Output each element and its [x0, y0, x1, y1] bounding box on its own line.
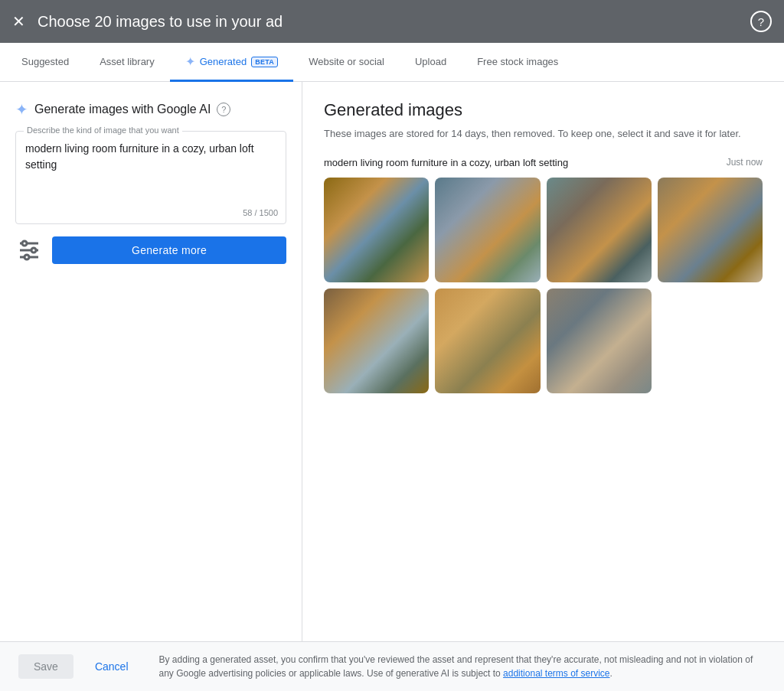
- panel-title: Generate images with Google AI: [34, 103, 211, 116]
- footer-actions: Save Cancel: [18, 654, 144, 679]
- generated-images-title: Generated images: [324, 100, 763, 120]
- tab-generated-label: Generated: [200, 56, 247, 67]
- tab-asset-library-label: Asset library: [100, 56, 155, 67]
- image-grid-row2: [324, 288, 763, 393]
- close-button[interactable]: ✕: [12, 12, 25, 31]
- main-content: ✦ Generate images with Google AI ? Descr…: [0, 82, 784, 641]
- query-time: Just now: [727, 157, 763, 168]
- terms-of-service-link[interactable]: additional terms of service: [503, 668, 609, 679]
- filter-icon: [15, 236, 43, 264]
- filter-icon-button[interactable]: [15, 236, 43, 264]
- generated-image-1[interactable]: [324, 178, 429, 282]
- query-text: modern living room furniture in a cozy, …: [324, 157, 568, 168]
- svg-point-4: [31, 248, 36, 253]
- generated-image-3[interactable]: [547, 178, 652, 282]
- textarea-label: Describe the kind of image that you want: [24, 125, 182, 135]
- bottom-actions: Generate more: [15, 236, 286, 264]
- generated-image-4[interactable]: [658, 178, 763, 282]
- generated-image-2[interactable]: [435, 178, 540, 282]
- cancel-button[interactable]: Cancel: [80, 654, 144, 679]
- tab-generated[interactable]: ✦ Generated BETA: [170, 44, 293, 82]
- query-row: modern living room furniture in a cozy, …: [324, 157, 763, 168]
- disclaimer-end: .: [610, 668, 612, 679]
- generated-image-6[interactable]: [435, 288, 540, 393]
- tab-upload[interactable]: Upload: [400, 44, 462, 82]
- tab-website-social[interactable]: Website or social: [293, 44, 400, 82]
- image-description-text: modern living room furniture in a cozy, …: [25, 141, 276, 202]
- tab-upload-label: Upload: [415, 56, 446, 67]
- char-count: 58 / 1500: [243, 208, 278, 217]
- generated-images-desc: These images are stored for 14 days, the…: [324, 126, 763, 142]
- save-button[interactable]: Save: [18, 654, 74, 679]
- sparkle-icon: ✦: [15, 100, 28, 119]
- generated-image-7[interactable]: [547, 288, 652, 393]
- dialog-title: Choose 20 images to use in your ad: [38, 13, 750, 31]
- panel-help-button[interactable]: ?: [217, 103, 230, 116]
- left-panel: ✦ Generate images with Google AI ? Descr…: [0, 82, 302, 641]
- footer: Save Cancel By adding a generated asset,…: [0, 641, 784, 691]
- tab-suggested-label: Suggested: [21, 56, 69, 67]
- tab-website-social-label: Website or social: [309, 56, 384, 67]
- tab-asset-library[interactable]: Asset library: [84, 44, 170, 82]
- generate-more-button[interactable]: Generate more: [52, 236, 286, 264]
- tab-suggested[interactable]: Suggested: [6, 44, 84, 82]
- disclaimer-text: By adding a generated asset, you confirm…: [159, 654, 753, 679]
- tab-free-stock-label: Free stock images: [477, 56, 558, 67]
- tab-free-stock[interactable]: Free stock images: [462, 44, 573, 82]
- beta-badge: BETA: [251, 57, 278, 67]
- dialog-header: ✕ Choose 20 images to use in your ad ?: [0, 0, 784, 43]
- generated-image-5[interactable]: [324, 288, 429, 393]
- image-description-wrapper: Describe the kind of image that you want…: [15, 131, 286, 224]
- svg-point-5: [24, 255, 29, 259]
- nav-tabs: Suggested Asset library ✦ Generated BETA…: [0, 43, 784, 82]
- image-grid-row1: [324, 178, 763, 282]
- footer-disclaimer: By adding a generated asset, you confirm…: [159, 653, 766, 680]
- generated-sparkle-icon: ✦: [185, 54, 195, 69]
- panel-title-row: ✦ Generate images with Google AI ?: [15, 100, 286, 119]
- svg-point-3: [22, 241, 27, 246]
- right-panel: Generated images These images are stored…: [302, 82, 784, 641]
- help-button[interactable]: ?: [750, 11, 772, 32]
